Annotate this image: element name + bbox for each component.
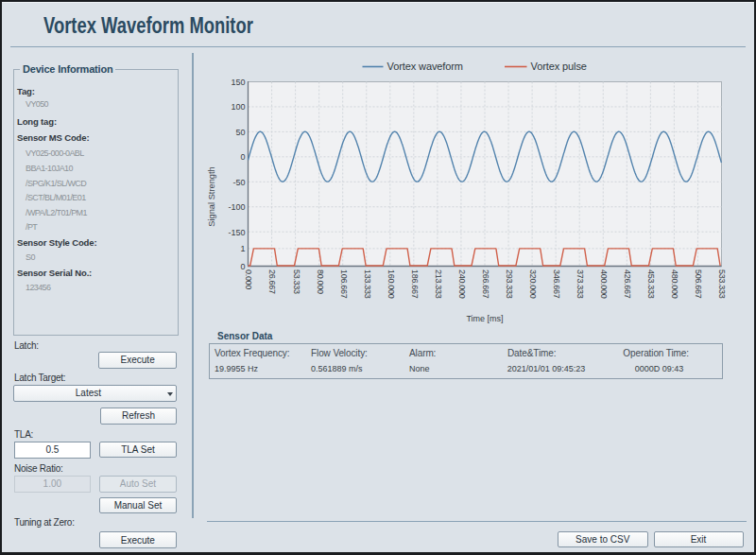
svg-text:426.667: 426.667 <box>623 269 632 299</box>
svg-text:320.000: 320.000 <box>528 269 538 299</box>
svg-text:Signal Strength: Signal Strength <box>207 166 216 227</box>
svg-text:400.000: 400.000 <box>599 269 609 299</box>
svg-text:373.333: 373.333 <box>576 269 585 299</box>
svg-text:533.333: 533.333 <box>717 269 727 299</box>
svg-text:80.000: 80.000 <box>316 269 325 294</box>
svg-text:453.333: 453.333 <box>646 269 656 299</box>
svg-text:Vortex waveform: Vortex waveform <box>387 61 463 72</box>
svg-text:150: 150 <box>231 78 245 87</box>
svg-text:Time [ms]: Time [ms] <box>466 314 503 323</box>
svg-text:186.667: 186.667 <box>410 269 420 299</box>
svg-text:0.000: 0.000 <box>244 269 253 289</box>
svg-text:100: 100 <box>231 102 245 112</box>
svg-text:266.667: 266.667 <box>481 269 490 299</box>
svg-text:480.000: 480.000 <box>670 269 679 299</box>
svg-text:-50: -50 <box>232 178 245 187</box>
svg-text:-150: -150 <box>228 228 245 237</box>
svg-text:160.000: 160.000 <box>387 269 396 299</box>
svg-text:0: 0 <box>240 152 245 162</box>
svg-text:346.667: 346.667 <box>552 269 561 299</box>
svg-text:50: 50 <box>235 128 245 137</box>
svg-text:213.333: 213.333 <box>434 269 443 299</box>
svg-text:240.000: 240.000 <box>457 269 467 299</box>
svg-text:1: 1 <box>240 244 245 253</box>
svg-text:106.667: 106.667 <box>339 269 349 299</box>
svg-text:26.667: 26.667 <box>267 269 277 294</box>
svg-text:293.333: 293.333 <box>505 269 514 299</box>
svg-text:-100: -100 <box>228 202 245 212</box>
svg-text:506.667: 506.667 <box>694 269 703 299</box>
svg-text:Vortex pulse: Vortex pulse <box>531 61 587 72</box>
svg-text:133.333: 133.333 <box>363 269 372 299</box>
svg-text:53.333: 53.333 <box>292 269 301 294</box>
